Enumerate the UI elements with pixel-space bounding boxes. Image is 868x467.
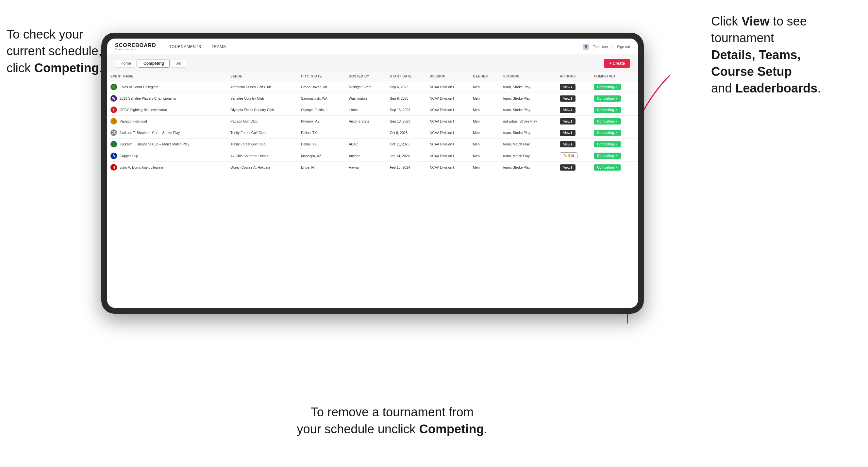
venue-cell: Ak-Chin Southern Dunes [227,150,298,162]
sign-out-link[interactable]: Sign out [617,45,630,49]
tablet: SCOREBOARD Powered by clippi TOURNAMENTS… [101,33,644,314]
competing-cell: Competing ✓ [591,104,638,116]
view-button[interactable]: View ℹ [560,141,576,147]
competing-button[interactable]: Competing ✓ [594,153,621,159]
gender-cell: Men [470,127,500,138]
view-button[interactable]: View ℹ [560,164,576,170]
gender-cell: Men [470,116,500,127]
event-name-cell: I OFCC Fighting Illini Invitational [107,104,227,116]
competing-button[interactable]: Competing ✓ [594,84,621,90]
scoring-cell: team, Stroke Play [500,127,557,138]
nav-link-teams[interactable]: TEAMS [207,38,231,55]
venue-cell: American Dunes Golf Club [227,81,298,93]
competing-button[interactable]: Competing ✓ [594,107,621,113]
filter-bar: Home Competing All + Create [107,55,638,72]
competing-cell: Competing ✓ [591,150,638,162]
col-gender: GENDER [470,72,500,81]
team-logo: H [111,164,117,170]
annotation-bottom: To remove a tournament from your schedul… [278,404,506,438]
city-cell: Dallas, TX [298,127,345,138]
competing-button[interactable]: Competing ✓ [594,164,621,170]
gender-cell: Men [470,150,500,162]
edit-button[interactable]: ✏️ Edit [560,152,578,159]
tablet-screen: SCOREBOARD Powered by clippi TOURNAMENTS… [107,38,638,308]
logo-sub: Powered by clippi [115,48,156,51]
event-name: OFCC Fighting Illini Invitational [120,108,167,112]
venue-cell: Ocean Course At Hokuala [227,162,298,173]
start-date-cell: Jan 14, 2024 [386,150,427,162]
table-row: A Copper Cup Ak-Chin Southern DunesMaric… [107,150,638,162]
hosted-cell: Hawaii [345,162,386,173]
competing-cell: Competing ✓ [591,81,638,93]
filter-tab-all[interactable]: All [171,59,186,68]
city-cell: Maricopa, AZ [298,150,345,162]
start-date-cell: Sep 18, 2023 [386,116,427,127]
nav-user: Test User [593,45,608,49]
competing-button[interactable]: Competing ✓ [594,95,621,102]
event-name: Jackson T. Stephens Cup – Men's Match Pl… [120,142,189,146]
gender-cell: Men [470,81,500,93]
view-button[interactable]: View ℹ [560,118,576,125]
division-cell: NCAA Division I [427,93,470,104]
view-button[interactable]: View ℹ [560,107,576,113]
nav-logo: SCOREBOARD Powered by clippi [115,43,156,51]
create-button[interactable]: + Create [604,59,630,68]
col-venue: VENUE [227,72,298,81]
competing-button[interactable]: Competing ✓ [594,118,621,125]
col-hosted: HOSTED BY [345,72,386,81]
scoring-cell: individual, Stroke Play [500,116,557,127]
team-logo: 🌿 [111,84,117,90]
nav-right: 👤 Test User | Sign out [583,44,630,50]
competing-button[interactable]: Competing ✓ [594,141,621,147]
nav-links: TOURNAMENTS TEAMS [164,38,576,55]
col-division: DIVISION [427,72,470,81]
col-competing: COMPETING [591,72,638,81]
team-logo: 🌲 [111,141,117,147]
table-header-row: EVENT NAME VENUE CITY, STATE HOSTED BY S… [107,72,638,81]
team-logo: 🏺 [111,118,117,125]
competing-cell: Competing ✓ [591,138,638,150]
division-cell: NCAA Division I [427,116,470,127]
filter-tab-home[interactable]: Home [115,59,136,68]
team-logo: A [111,153,117,159]
event-name-cell: 🏺 Papago Individual [107,116,227,127]
gender-cell: Men [470,104,500,116]
view-button[interactable]: View ℹ [560,84,576,90]
event-name: 2023 Sahalee Players Championship [120,96,176,100]
city-cell: Phoenix, AZ [298,116,345,127]
competing-button[interactable]: Competing ✓ [594,130,621,136]
venue-cell: Papago Golf Club [227,116,298,127]
hosted-cell: Washington [345,93,386,104]
hosted-cell [345,127,386,138]
scoring-cell: team, Stroke Play [500,81,557,93]
actions-cell: View ℹ [557,93,591,104]
filter-tab-competing[interactable]: Competing [138,59,169,68]
col-city: CITY, STATE [298,72,345,81]
event-name-cell: W 2023 Sahalee Players Championship [107,93,227,104]
table-row: 🌿 Folds of Honor Collegiate American Dun… [107,81,638,93]
start-date-cell: Oct 11, 2023 [386,138,427,150]
actions-cell: View ℹ [557,104,591,116]
table-row: W 2023 Sahalee Players Championship Saha… [107,93,638,104]
actions-cell: View ℹ [557,127,591,138]
view-button[interactable]: View ℹ [560,95,576,102]
table-row: 🌲 Jackson T. Stephens Cup – Men's Match … [107,138,638,150]
col-event-name: EVENT NAME [107,72,227,81]
city-cell: Grand Haven, MI [298,81,345,93]
scoring-cell: team, Match Play [500,150,557,162]
nav-link-tournaments[interactable]: TOURNAMENTS [164,38,207,55]
hosted-cell: Illinois [345,104,386,116]
view-button[interactable]: View ℹ [560,130,576,136]
filter-tabs: Home Competing All [115,59,186,68]
actions-cell: View ℹ [557,116,591,127]
start-date-cell: Oct 9, 2023 [386,127,427,138]
event-name: Papago Individual [120,119,147,123]
venue-cell: Trinity Forest Golf Club [227,138,298,150]
event-name-cell: JS Jackson T. Stephens Cup – Stroke Play [107,127,227,138]
gender-cell: Men [470,138,500,150]
city-cell: Sammamish, WA [298,93,345,104]
event-name-cell: A Copper Cup [107,150,227,162]
table-row: JS Jackson T. Stephens Cup – Stroke Play… [107,127,638,138]
col-start: START DATE [386,72,427,81]
venue-cell: Trinity Forest Golf Club [227,127,298,138]
